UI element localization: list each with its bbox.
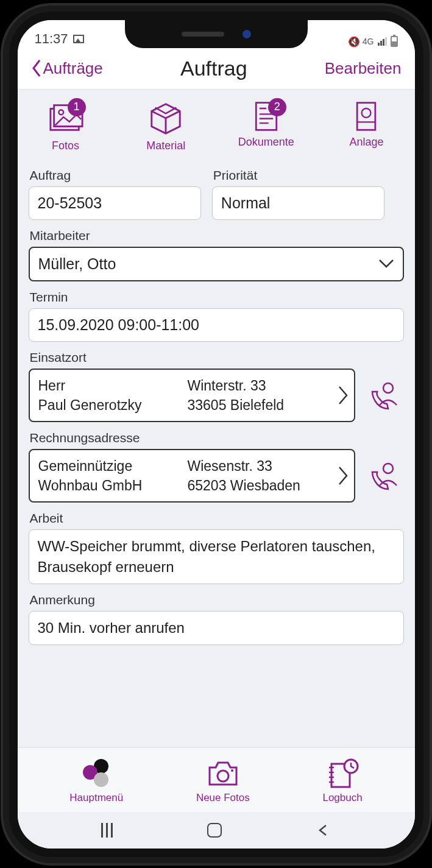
bottom-logbuch-label: Logbuch — [322, 792, 362, 804]
tab-fotos-label: Fotos — [52, 139, 79, 152]
auftrag-value[interactable]: 20-52503 — [29, 186, 201, 220]
appliance-icon — [353, 101, 379, 132]
bottom-logbuch[interactable]: Logbuch — [322, 758, 362, 804]
main-menu-icon — [79, 758, 113, 789]
svg-point-13 — [383, 383, 393, 393]
phone-screen: 11:37 4G Aufträge Auftrag Bearbeiten — [9, 12, 423, 857]
back-label: Aufträge — [43, 59, 103, 78]
bottom-neue-fotos-label: Neue Fotos — [196, 792, 250, 804]
rechnung-addr2: 65203 Wiesbaden — [188, 476, 337, 495]
tab-dokumente[interactable]: 2 Dokumente — [233, 101, 300, 152]
tab-anlage-label: Anlage — [349, 136, 383, 149]
tab-material-label: Material — [146, 139, 185, 152]
phone-frame: 11:37 4G Aufträge Auftrag Bearbeiten — [3, 5, 430, 863]
phone-contact-icon — [369, 460, 400, 492]
svg-point-11 — [362, 108, 371, 118]
box-icon — [148, 101, 183, 136]
field-termin: Termin 15.09.2020 09:00-11:00 — [29, 288, 404, 342]
phone-notch — [125, 20, 308, 48]
prioritaet-value[interactable]: Normal — [212, 186, 384, 220]
status-picture-icon — [73, 35, 84, 43]
field-auftrag: Auftrag 20-52503 — [29, 166, 201, 220]
mitarbeiter-label: Mitarbeiter — [30, 228, 404, 243]
termin-value[interactable]: 15.09.2020 09:00-11:00 — [29, 308, 404, 342]
page-title: Auftrag — [103, 57, 325, 80]
einsatzort-name1: Herr — [38, 376, 188, 395]
tab-anlage[interactable]: Anlage — [333, 101, 400, 152]
back-button[interactable]: Aufträge — [31, 59, 103, 78]
top-tabs: 1 Fotos Material — [29, 90, 404, 160]
tab-fotos-badge: 1 — [68, 98, 86, 116]
field-anmerkung: Anmerkung 30 Min. vorher anrufen — [29, 590, 404, 645]
rechnung-name1: Gemeinnützige — [38, 456, 188, 476]
svg-point-17 — [94, 772, 108, 787]
logbook-icon — [325, 758, 359, 789]
field-einsatzort: Einsatzort Herr Paul Generotzky Winterst… — [29, 348, 404, 422]
status-mute-icon — [348, 36, 359, 47]
rechnung-addr1: Wiesenstr. 33 — [188, 456, 337, 476]
arbeit-value[interactable]: WW-Speicher brummt, diverse Perlatoren t… — [29, 529, 404, 584]
phone-contact-icon — [369, 379, 400, 411]
rechnung-call-button[interactable] — [365, 449, 404, 503]
content-area: 1 Fotos Material — [18, 90, 415, 747]
svg-rect-10 — [358, 102, 376, 130]
field-prioritaet: Priorität Normal — [212, 166, 384, 220]
field-arbeit: Arbeit WW-Speicher brummt, diverse Perla… — [29, 509, 404, 584]
einsatzort-call-button[interactable] — [365, 369, 404, 422]
anmerkung-value[interactable]: 30 Min. vorher anrufen — [29, 611, 404, 645]
tab-material[interactable]: Material — [132, 101, 199, 152]
svg-point-19 — [231, 769, 233, 772]
bottom-toolbar: Hauptmenü Neue Fotos — [18, 747, 415, 812]
bottom-hauptmenu[interactable]: Hauptmenü — [69, 758, 123, 804]
tab-dokumente-badge: 2 — [268, 98, 286, 116]
svg-point-14 — [383, 464, 393, 473]
android-back-button[interactable] — [316, 823, 331, 838]
status-battery-icon — [391, 36, 398, 47]
chevron-right-icon — [337, 384, 349, 406]
field-mitarbeiter: Mitarbeiter Müller, Otto — [29, 226, 404, 281]
status-network-icon: 4G — [363, 37, 374, 46]
camera-icon — [206, 758, 240, 789]
rechnung-label: Rechnungsadresse — [30, 431, 404, 445]
status-signal-icon — [378, 37, 387, 46]
termin-label: Termin — [30, 290, 404, 305]
chevron-down-icon — [378, 259, 394, 269]
rechnung-name2: Wohnbau GmbH — [38, 476, 188, 495]
android-home-button[interactable] — [207, 823, 222, 838]
bottom-neue-fotos[interactable]: Neue Fotos — [196, 758, 250, 804]
einsatzort-box[interactable]: Herr Paul Generotzky Winterstr. 33 33605… — [29, 369, 355, 422]
einsatzort-label: Einsatzort — [30, 350, 404, 365]
einsatzort-name2: Paul Generotzky — [38, 395, 188, 415]
einsatzort-addr1: Winterstr. 33 — [188, 376, 337, 395]
android-recent-button[interactable] — [101, 823, 113, 838]
mitarbeiter-select[interactable]: Müller, Otto — [29, 247, 404, 281]
edit-button[interactable]: Bearbeiten — [325, 59, 402, 78]
einsatzort-addr2: 33605 Bielefeld — [188, 395, 337, 415]
auftrag-label: Auftrag — [30, 168, 201, 183]
status-time: 11:37 — [35, 31, 68, 47]
bottom-hauptmenu-label: Hauptmenü — [69, 792, 123, 804]
chevron-left-icon — [31, 59, 42, 77]
rechnung-box[interactable]: Gemeinnützige Wohnbau GmbH Wiesenstr. 33… — [29, 449, 355, 503]
field-rechnung: Rechnungsadresse Gemeinnützige Wohnbau G… — [29, 428, 404, 503]
anmerkung-label: Anmerkung — [30, 593, 404, 607]
tab-dokumente-label: Dokumente — [238, 136, 294, 149]
prioritaet-label: Priorität — [213, 168, 384, 183]
android-nav-bar — [18, 812, 415, 849]
arbeit-label: Arbeit — [30, 511, 404, 526]
nav-header: Aufträge Auftrag Bearbeiten — [18, 48, 415, 90]
tab-fotos[interactable]: 1 Fotos — [32, 101, 99, 152]
mitarbeiter-value: Müller, Otto — [38, 255, 116, 273]
chevron-right-icon — [337, 465, 349, 487]
svg-point-18 — [218, 771, 228, 782]
